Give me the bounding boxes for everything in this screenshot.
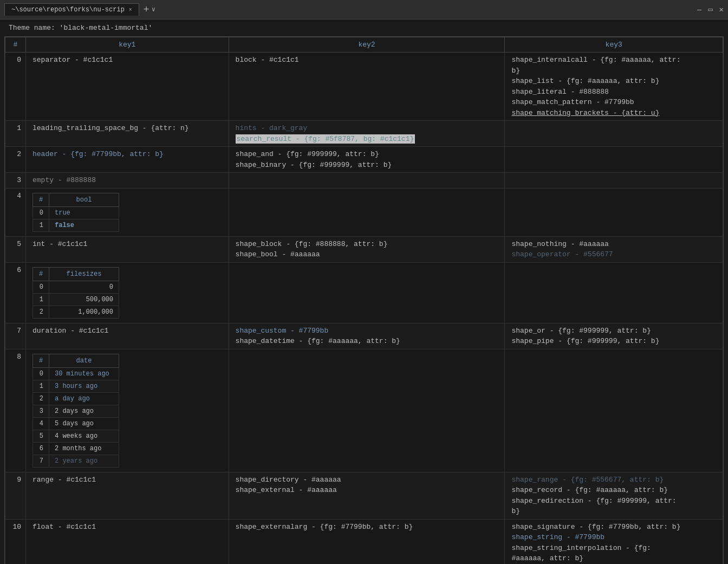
table-row: 8 # date 0 30 minutes ago [5, 349, 723, 472]
key3-7: shape_or - {fg: #999999, attr: b} shape_… [505, 323, 723, 349]
col-header-rownum: # [5, 37, 26, 53]
mini-date-6: 2 months ago [49, 442, 119, 455]
hints-text: hints - dark_gray [236, 124, 308, 132]
shape-custom: shape_custom - #7799bb [236, 327, 329, 335]
mini-row: 1 500,000 [33, 293, 119, 306]
mini-num-2: 2 [33, 306, 49, 318]
mini-num-0: 0 [33, 281, 49, 293]
mini-col-num: # [33, 193, 49, 206]
mini-val-true: true [49, 206, 119, 219]
mini-date-num-3: 3 [33, 405, 49, 417]
mini-date-2: a day ago [49, 392, 119, 405]
mini-row: 6 2 months ago [33, 442, 119, 455]
table-row: 5 int - #c1c1c1 shape_block - {fg: #8888… [5, 236, 723, 262]
tab-close-icon[interactable]: × [129, 7, 132, 13]
key2-8 [229, 349, 505, 472]
mini-date-3: 2 days ago [49, 405, 119, 417]
row-num-9: 9 [5, 472, 26, 519]
theme-line: Theme name: 'black-metal-immortal' [0, 20, 728, 36]
mini-date-num-0: 0 [33, 367, 49, 380]
mini-date-1: 3 hours ago [49, 380, 119, 392]
mini-date-num-7: 7 [33, 455, 49, 467]
row-num-8: 8 [5, 349, 26, 472]
key1-6: # filesizes 0 0 1 500,000 [26, 262, 229, 323]
mini-row: 3 2 days ago [33, 405, 119, 417]
key1-5: int - #c1c1c1 [26, 236, 229, 262]
key2-6 [229, 262, 505, 323]
mini-num-1: 1 [33, 219, 49, 231]
new-tab-icon[interactable]: + [144, 4, 150, 15]
key2-9: shape_directory - #aaaaaa shape_external… [229, 472, 505, 519]
key1-9: range - #c1c1c1 [26, 472, 229, 519]
tab-chevron-icon[interactable]: ∨ [152, 5, 155, 14]
row-num-7: 7 [5, 323, 26, 349]
mini-row: 2 1,000,000 [33, 306, 119, 318]
key1-0: separator - #c1c1c1 [26, 53, 229, 121]
key3-2 [505, 147, 723, 173]
titlebar: ~\source\repos\forks\nu-scrip × + ∨ — ▭ … [0, 0, 728, 20]
table-row: 0 separator - #c1c1c1 block - #c1c1c1 sh… [5, 53, 723, 121]
mini-num-1: 1 [33, 293, 49, 306]
mini-row: 5 4 weeks ago [33, 430, 119, 442]
restore-icon[interactable]: ▭ [708, 5, 712, 14]
key1-3: empty - #888888 [26, 173, 229, 189]
search-result-highlight: search_result - {fg: #5f8787, bg: #c1c1c… [236, 134, 415, 144]
key2-2: shape_and - {fg: #999999, attr: b} shape… [229, 147, 505, 173]
key3-5: shape_nothing - #aaaaaa shape_operator -… [505, 236, 723, 262]
row-num-5: 5 [5, 236, 26, 262]
mini-row: 2 a day ago [33, 392, 119, 405]
table-row: 2 header - {fg: #7799bb, attr: b} shape_… [5, 147, 723, 173]
key1-8: # date 0 30 minutes ago 1 3 hours [26, 349, 229, 472]
mini-date-7: 2 years ago [49, 455, 119, 467]
mini-col-date: date [49, 354, 119, 367]
data-table: # key1 key2 key3 0 separator - #c1c1c1 b… [5, 37, 723, 564]
mini-col-bool: bool [49, 193, 119, 206]
row-num-3: 3 [5, 173, 26, 189]
row-num-0: 0 [5, 53, 26, 121]
key2-4 [229, 188, 505, 236]
mini-row: 4 5 days ago [33, 417, 119, 430]
mini-row: 1 false [33, 219, 119, 231]
mini-col-num: # [33, 354, 49, 367]
mini-val-1m: 1,000,000 [49, 306, 119, 318]
key2-0: block - #c1c1c1 [229, 53, 505, 121]
key3-1 [505, 121, 723, 147]
tab-label: ~\source\repos\forks\nu-scrip [11, 6, 125, 14]
mini-num-0: 0 [33, 206, 49, 219]
key1-7: duration - #c1c1c1 [26, 323, 229, 349]
close-window-icon[interactable]: ✕ [719, 5, 724, 14]
row-num-2: 2 [5, 147, 26, 173]
mini-date-num-1: 1 [33, 380, 49, 392]
table-row: 9 range - #c1c1c1 shape_directory - #aaa… [5, 472, 723, 519]
row-num-4: 4 [5, 188, 26, 236]
mini-row: 1 3 hours ago [33, 380, 119, 392]
main-content: # key1 key2 key3 0 separator - #c1c1c1 b… [4, 36, 724, 564]
table-row: 3 empty - #888888 [5, 173, 723, 189]
mini-val-500k: 500,000 [49, 293, 119, 306]
bool-table: # bool 0 true 1 false [32, 193, 119, 232]
key3-10: shape_signature - {fg: #7799bb, attr: b}… [505, 519, 723, 564]
table-row: 10 float - #c1c1c1 shape_externalarg - {… [5, 519, 723, 564]
key3-9: shape_range - {fg: #556677, attr: b} sha… [505, 472, 723, 519]
date-table: # date 0 30 minutes ago 1 3 hours [32, 354, 119, 468]
mini-date-num-6: 6 [33, 442, 49, 455]
shape-operator: shape_operator - #556677 [511, 250, 613, 258]
table-row: 6 # filesizes 0 0 [5, 262, 723, 323]
mini-date-5: 4 weeks ago [49, 430, 119, 442]
col-header-key2: key2 [229, 37, 505, 53]
key3-6 [505, 262, 723, 323]
key3-4 [505, 188, 723, 236]
mini-col-filesizes: filesizes [49, 267, 119, 281]
mini-row: 7 2 years ago [33, 455, 119, 467]
col-header-key1: key1 [26, 37, 229, 53]
key1-4: # bool 0 true 1 false [26, 188, 229, 236]
key3-0: shape_internalcall - {fg: #aaaaaa, attr:… [505, 53, 723, 121]
key3-8 [505, 349, 723, 472]
key3-3 [505, 173, 723, 189]
minimize-icon[interactable]: — [697, 5, 701, 14]
key2-5: shape_block - {fg: #888888, attr: b} sha… [229, 236, 505, 262]
active-tab[interactable]: ~\source\repos\forks\nu-scrip × [4, 3, 139, 16]
table-row: 1 leading_trailing_space_bg - {attr: n} … [5, 121, 723, 147]
mini-row: 0 true [33, 206, 119, 219]
mini-date-num-5: 5 [33, 430, 49, 442]
